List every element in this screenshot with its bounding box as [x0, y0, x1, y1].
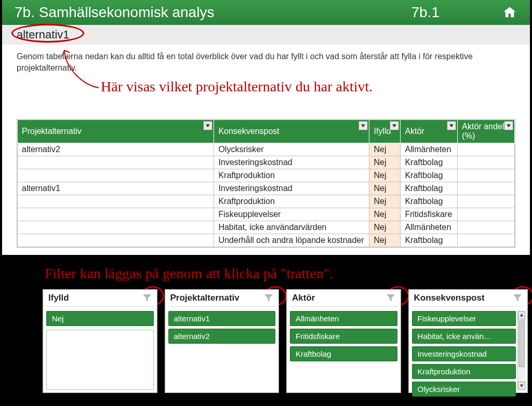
slicer-title: Ifylld — [48, 293, 69, 303]
col-ifylld[interactable]: Ifylld — [369, 120, 401, 143]
cell-aktor: Kraftbolag — [401, 169, 458, 182]
chevron-down-icon[interactable] — [203, 121, 212, 130]
col-label: Ifylld — [374, 127, 391, 136]
active-alternative-bar: alternativ1 — [2, 25, 530, 45]
slicer-item[interactable]: Kraftproduktion — [412, 364, 516, 379]
col-aktor-andel[interactable]: Aktör andel (%) — [458, 120, 515, 143]
funnel-icon[interactable] — [512, 293, 523, 303]
cell-aktor: Kraftbolag — [401, 234, 458, 247]
slicer-item[interactable]: Kraftbolag — [290, 346, 397, 361]
slicer-item[interactable]: Fiskeupplevelser — [412, 311, 516, 326]
cell-ifylld: Nej — [369, 169, 401, 182]
slicer-item[interactable]: Investeringskostnad — [412, 346, 516, 361]
scroll-up-icon[interactable] — [518, 311, 525, 319]
active-alternative-label: alternativ1 — [17, 28, 70, 41]
table-row: InvesteringskostnadNejKraftbolag — [18, 156, 515, 169]
home-icon[interactable] — [502, 5, 517, 20]
cell-kons: Kraftproduktion — [214, 169, 369, 182]
cell-proj: alternativ2 — [18, 143, 214, 156]
cell-kons: Underhåll och andra löpande kostnader — [214, 234, 369, 247]
slicer-item[interactable]: Habitat, icke använ... — [412, 329, 516, 344]
slicer-header: Aktör — [290, 293, 397, 307]
table-row: alternativ1InvesteringskostnadNejKraftbo… — [18, 182, 515, 195]
cell-ifylld: Nej — [369, 221, 401, 234]
cell-andel — [458, 195, 515, 208]
slicer: AktörAllmänhetenFritidsfiskareKraftbolag — [286, 289, 401, 393]
table-row: KraftproduktionNejKraftbolag — [18, 195, 515, 208]
annotation-mid-text: Filter kan läggas på genom att klicka på… — [45, 265, 333, 281]
cell-proj — [18, 156, 214, 169]
cell-aktor: Kraftbolag — [401, 195, 458, 208]
slicer-body: AllmänhetenFritidsfiskareKraftbolag — [290, 311, 397, 390]
slicer: Projektalternativalternativ1alternativ2 — [165, 289, 280, 393]
col-projektalternativ[interactable]: Projektalternativ — [18, 120, 214, 143]
cell-andel — [458, 156, 515, 169]
cell-proj — [18, 234, 214, 247]
cell-aktor: Kraftbolag — [401, 182, 458, 195]
cell-ifylld: Nej — [369, 234, 401, 247]
overview-table: Projektalternativ Konsekvenspost Ifylld … — [17, 119, 515, 248]
table-header: Projektalternativ Konsekvenspost Ifylld … — [18, 120, 515, 143]
slicer-item[interactable]: alternativ1 — [168, 311, 276, 326]
scroll-thumb[interactable] — [518, 320, 525, 367]
table-row: FiskeupplevelserNejFritidsfiskare — [18, 208, 515, 221]
scroll-down-icon[interactable] — [518, 382, 525, 390]
cell-ifylld: Nej — [369, 195, 401, 208]
cell-kons: Investeringskostnad — [214, 182, 369, 195]
slicer-empty-area — [46, 330, 154, 390]
col-konsekvenspost[interactable]: Konsekvenspost — [214, 120, 369, 143]
cell-kons: Fiskeupplevelser — [214, 208, 369, 221]
cell-aktor: Allmänheten — [401, 221, 458, 234]
slicer-item[interactable]: Fritidsfiskare — [290, 329, 397, 344]
col-label: Konsekvenspost — [218, 127, 279, 136]
cell-andel — [458, 208, 515, 221]
col-aktor[interactable]: Aktör — [401, 120, 458, 143]
slicer-item[interactable]: alternativ2 — [168, 329, 276, 344]
annotation-top: Här visas vilket projektalternativ du ha… — [2, 76, 530, 104]
chevron-down-icon[interactable] — [358, 121, 368, 130]
col-label: Projektalternativ — [22, 127, 82, 136]
cell-kons: Investeringskostnad — [214, 156, 369, 169]
cell-ifylld: Nej — [369, 208, 401, 221]
cell-proj — [18, 169, 214, 182]
chevron-down-icon[interactable] — [447, 121, 456, 130]
slicers-row: IfylldNejProjektalternativalternativ1alt… — [43, 289, 528, 393]
page-code: 7b.1 — [411, 4, 440, 21]
main-panel: 7b. Samhällsekonomisk analys 7b.1 altern… — [2, 0, 530, 255]
cell-kons: Olycksrisker — [214, 143, 369, 156]
col-label: Aktör — [405, 127, 424, 136]
scrollbar[interactable] — [517, 311, 525, 390]
cell-proj — [18, 195, 214, 208]
cell-kons: Kraftproduktion — [214, 195, 369, 208]
table-row: Underhåll och andra löpande kostnaderNej… — [18, 234, 515, 247]
cell-ifylld: Nej — [369, 182, 401, 195]
funnel-icon[interactable] — [141, 293, 153, 303]
cell-proj — [18, 208, 214, 221]
slicer-title: Aktör — [292, 293, 315, 303]
slicer-header: Konsekvenspost — [412, 293, 524, 307]
funnel-icon[interactable] — [263, 293, 274, 303]
cell-proj: alternativ1 — [18, 182, 214, 195]
slicer-body: FiskeupplevelserHabitat, icke använ...In… — [412, 311, 524, 390]
slicer-body: alternativ1alternativ2 — [168, 311, 276, 390]
funnel-icon[interactable] — [385, 293, 396, 303]
slicer-header: Ifylld — [46, 293, 154, 307]
slicer-item[interactable]: Nej — [46, 311, 154, 326]
cell-aktor: Kraftbolag — [401, 156, 458, 169]
page-title: 7b. Samhällsekonomisk analys — [15, 4, 214, 21]
chevron-down-icon[interactable] — [504, 121, 513, 130]
cell-aktor: Fritidsfiskare — [401, 208, 458, 221]
annotation-top-text: Här visas vilket projektalternativ du ha… — [101, 78, 373, 94]
cell-andel — [458, 221, 515, 234]
chevron-down-icon[interactable] — [390, 121, 399, 130]
slicer-item[interactable]: Allmänheten — [290, 311, 397, 326]
slicer: IfylldNej — [43, 289, 157, 393]
slicer: KonsekvenspostFiskeupplevelserHabitat, i… — [408, 289, 528, 393]
cell-ifylld: Nej — [369, 156, 401, 169]
cell-aktor: Allmänheten — [401, 143, 458, 156]
slicer-item[interactable]: Olycksrisker — [412, 382, 516, 397]
header-bar: 7b. Samhällsekonomisk analys 7b.1 — [2, 0, 530, 25]
annotation-mid: Filter kan läggas på genom att klicka på… — [0, 255, 532, 287]
cell-andel — [458, 143, 515, 156]
cell-andel — [458, 169, 515, 182]
